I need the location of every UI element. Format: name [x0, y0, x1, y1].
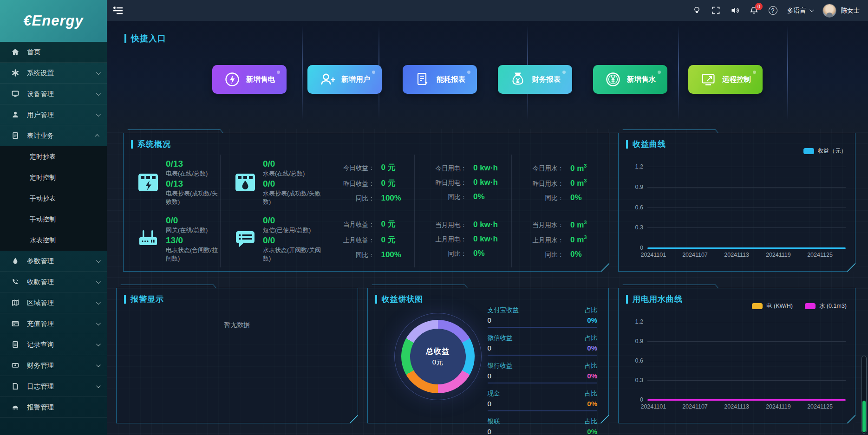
revenue-x-axis: 20241101 20241107 20241113 20241119 2024… — [647, 252, 846, 259]
title-accent-bar — [131, 140, 133, 149]
revenue-curve-panel: 收益曲线 收益（元） 1.2 — [618, 133, 855, 272]
water-meter-stat: 0/0 水表(在线/总数) 0/0 水表抄表(成功数/失败数) — [221, 155, 322, 211]
records-icon — [11, 341, 19, 349]
revenue-today-stats: 今日收益：0 元 昨日收益：0 元 同比：100% — [322, 155, 415, 211]
sidebar-item-scheduled-reading[interactable]: 定时抄表 — [0, 146, 107, 167]
usage-curve-panel: 用电用水曲线 电 (KW/H) 水 (0.1m3) — [618, 288, 855, 423]
sidebar-item-manual-reading[interactable]: 手动抄表 — [0, 188, 107, 209]
system-overview-title: 系统概况 — [131, 139, 171, 149]
gridline — [647, 227, 846, 228]
new-user-button[interactable]: 新增用户 — [307, 65, 382, 94]
sidebar-item-parameter-management[interactable]: 参数管理 — [0, 251, 107, 272]
sidebar-item-log-management[interactable]: 日志管理 — [0, 376, 107, 397]
banknote-icon — [11, 362, 19, 370]
electricity-month-stats: 当月用电：0 kw·h 上月用电：0 kw·h 同比：0% — [415, 211, 512, 268]
finance-report-button[interactable]: 财务报表 — [498, 65, 572, 94]
panel-decoration — [372, 285, 468, 288]
legend-swatch — [803, 148, 814, 154]
panel-decoration — [120, 285, 216, 288]
panel-decoration — [600, 415, 609, 423]
revenue-donut-chart: 总收益 0元 — [401, 320, 475, 393]
collapse-sidebar-icon[interactable] — [113, 6, 123, 15]
sidebar-item-manual-control[interactable]: 手动控制 — [0, 209, 107, 230]
panel-decoration — [622, 285, 718, 288]
sms-stat: 0/0 短信(已使用/总数) 0/0 水表状态(开阀数/关阀数) — [221, 211, 322, 268]
chevron-down-icon — [96, 279, 101, 284]
usage-curve-title: 用电用水曲线 — [626, 294, 683, 305]
chevron-down-icon — [96, 258, 101, 263]
quick-entry-title: 快捷入口 — [124, 33, 166, 44]
gateway-stat: 0/0 网关(在线/总数) 13/0 电表状态(合闸数/拉闸数) — [124, 211, 221, 268]
sidebar-item-payment-management[interactable]: 收款管理 — [0, 272, 107, 292]
electric-meter-stat: 0/13 电表(在线/总数) 0/13 电表抄表(成功数/失败数) — [124, 155, 221, 211]
title-accent-bar — [124, 295, 126, 304]
sidebar-item-home[interactable]: 首页 — [0, 42, 107, 63]
chevron-down-icon — [96, 383, 101, 388]
sidebar-item-alarm-management[interactable]: 报警管理 — [0, 397, 107, 418]
sidebar-item-area-management[interactable]: 区域管理 — [0, 292, 107, 313]
sidebar-item-recharge-management[interactable]: 充值管理 — [0, 313, 107, 334]
list-item-wechat: 微信收益占比 00% — [488, 334, 598, 356]
sidebar-item-meter-business[interactable]: 表计业务 — [0, 125, 107, 146]
app-logo: €Energy — [0, 0, 107, 42]
usage-x-axis: 20241101 20241107 20241113 20241119 2024… — [647, 403, 846, 411]
gridline — [647, 187, 846, 188]
speaker-icon[interactable] — [730, 6, 739, 15]
sidebar-item-scheduled-control[interactable]: 定时控制 — [0, 167, 107, 188]
quick-entry-banner: 快捷入口 新增售电 新增用户 能耗报表 — [107, 21, 868, 129]
legend-item-electricity[interactable]: 电 (KW/H) — [752, 302, 793, 310]
legend-item-revenue[interactable]: 收益（元） — [803, 147, 847, 155]
sidebar-item-record-query[interactable]: 记录查询 — [0, 334, 107, 355]
panel-decoration — [847, 415, 855, 423]
revenue-plot-area: 1.2 0.9 0.6 0.3 0 — [647, 167, 846, 248]
sidebar: €Energy 首页 系统设置 设备管理 用户管理 — [0, 0, 107, 435]
gridline — [647, 208, 846, 208]
user-menu[interactable]: 陈女士 — [822, 4, 860, 18]
revenue-breakdown-list: 支付宝收益占比 00% 微信收益占比 00% 银行收益占比 00% 现金占比 — [488, 306, 598, 435]
meter-book-icon — [11, 132, 19, 140]
water-series-line — [647, 399, 846, 401]
legend-item-water[interactable]: 水 (0.1m3) — [805, 302, 847, 310]
usage-plot-area: 1.2 0.9 0.6 0.3 0 — [647, 322, 846, 400]
chevron-down-icon — [96, 91, 101, 96]
overview-row: 系统概况 0/13 电表(在线/总数) 0/13 电表抄表(成 — [123, 133, 855, 272]
remote-control-button[interactable]: 远程控制 — [688, 65, 763, 94]
document-icon — [11, 383, 19, 390]
panel-decoration — [622, 130, 718, 133]
gridline — [647, 341, 846, 342]
yuan-coin-icon — [605, 71, 621, 88]
sidebar-item-device-management[interactable]: 设备管理 — [0, 84, 107, 104]
water-month-stats: 当月用水：0 m3 上月用水：0 m3 同比：0% — [512, 211, 609, 268]
vertical-scrollbar[interactable] — [861, 356, 867, 434]
sidebar-item-system-settings[interactable]: 系统设置 — [0, 63, 107, 84]
chevron-down-icon — [96, 363, 101, 367]
sidebar-item-water-meter-control[interactable]: 水表控制 — [0, 230, 107, 251]
energy-report-button[interactable]: 能耗报表 — [403, 65, 477, 94]
water-today-stats: 今日用水：0 m3 昨日用水：0 m3 同比：0% — [512, 155, 609, 211]
revenue-series-line — [647, 247, 846, 249]
sidebar-item-user-management[interactable]: 用户管理 — [0, 104, 107, 125]
notification-bell-icon[interactable]: 0 — [749, 6, 758, 15]
sms-icon — [235, 228, 256, 250]
sidebar-submenu-meter-business: 定时抄表 定时控制 手动抄表 手动控制 水表控制 — [0, 146, 107, 251]
revenue-month-stats: 当月收益：0 元 上月收益：0 元 同比：100% — [322, 211, 415, 268]
bottom-row: 报警显示 暂无数据 收益饼状图 总收益 0元 — [116, 288, 855, 423]
new-electricity-sale-button[interactable]: 新增售电 — [212, 65, 287, 94]
language-selector[interactable]: 多语言 — [787, 6, 813, 15]
new-water-sale-button[interactable]: 新增售水 — [593, 65, 667, 94]
scrollbar-thumb[interactable] — [862, 401, 866, 432]
money-bag-icon — [509, 71, 526, 88]
electric-meter-icon — [137, 172, 159, 193]
home-icon — [11, 48, 19, 56]
sidebar-item-finance-management[interactable]: 财务管理 — [0, 355, 107, 376]
avatar — [822, 4, 836, 18]
main-area: 0 ? 多语言 陈女士 — [107, 0, 868, 435]
help-icon[interactable]: ? — [768, 6, 777, 15]
electricity-today-stats: 今日用电：0 kw·h 昨日用电：0 kw·h 同比：0% — [415, 155, 512, 211]
panel-decoration — [127, 130, 223, 133]
fullscreen-icon[interactable] — [711, 6, 720, 15]
monitor-icon — [11, 90, 19, 98]
energy-report-icon — [414, 71, 431, 88]
theme-bulb-icon[interactable] — [692, 6, 701, 15]
alarm-icon — [11, 403, 19, 411]
